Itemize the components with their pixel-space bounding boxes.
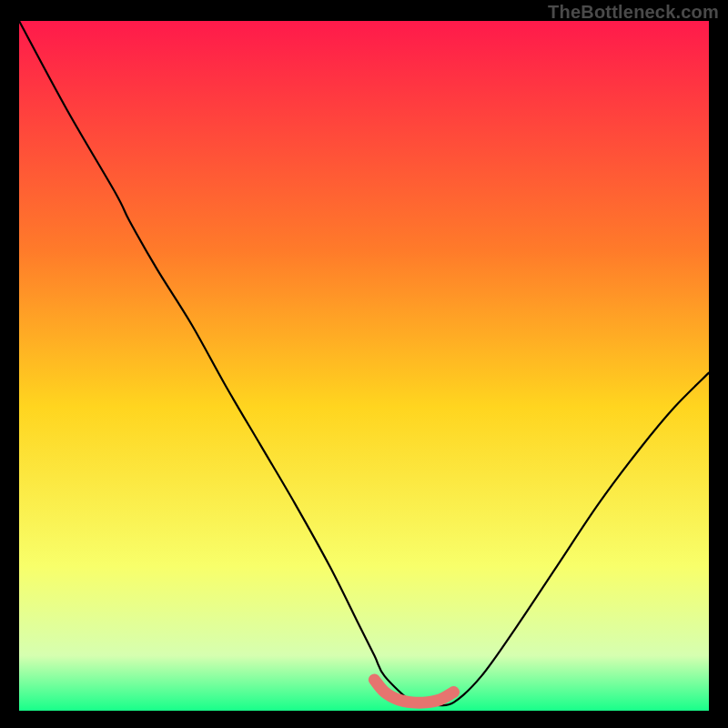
gradient-bg [19,21,709,711]
watermark-text: TheBottleneck.com [548,2,719,23]
chart-svg [19,21,709,711]
chart-frame: TheBottleneck.com [0,0,728,728]
plot-area [19,21,709,711]
